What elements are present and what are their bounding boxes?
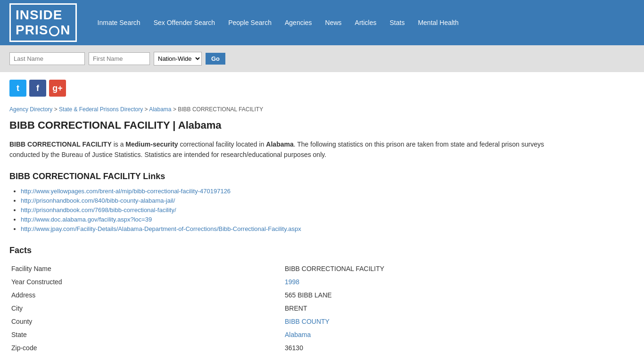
header: INSIDE PRIS N Inmate Search Sex Offender… [0, 0, 644, 45]
fact-label: State [9, 328, 283, 341]
fact-value: BRENT [283, 302, 556, 315]
table-row: Facility NameBIBB CORRECTIONAL FACILITY [9, 262, 556, 275]
fact-value: 36130 [283, 341, 556, 354]
breadcrumb-alabama[interactable]: Alabama [149, 106, 171, 113]
list-item: http://prisonhandbook.com/7698/bibb-corr… [21, 206, 556, 214]
facts-section: Facts Facility NameBIBB CORRECTIONAL FAC… [9, 246, 556, 354]
table-row: Address565 BIBB LANE [9, 288, 556, 302]
fact-value: BIBB COUNTY [283, 315, 556, 328]
table-row: StateAlabama [9, 328, 556, 341]
nav-inmate-search[interactable]: Inmate Search [91, 15, 147, 30]
nation-select[interactable]: Nation-Wide Alabama [154, 52, 202, 66]
external-link[interactable]: http://www.doc.alabama.gov/facility.aspx… [21, 216, 152, 223]
first-name-input[interactable] [89, 52, 150, 65]
logo-o-icon [49, 26, 59, 36]
nav-mental-health[interactable]: Mental Health [411, 15, 465, 30]
breadcrumb-sep3: > [173, 106, 178, 113]
fact-label: Zip-code [9, 341, 283, 354]
external-link[interactable]: http://prisonhandbook.com/840/bibb-count… [21, 197, 175, 204]
last-name-input[interactable] [9, 52, 85, 65]
twitter-icon[interactable]: t [9, 80, 26, 97]
page-title: BIBB CORRECTIONAL FACILITY | Alabama [9, 119, 556, 132]
links-section: BIBB CORRECTIONAL FACILITY Links http://… [9, 172, 556, 232]
social-bar: t f g+ [0, 72, 644, 104]
list-item: http://prisonhandbook.com/840/bibb-count… [21, 197, 556, 204]
breadcrumb-state-federal[interactable]: State & Federal Prisons Directory [59, 106, 143, 113]
external-link[interactable]: http://www.jpay.com/Facility-Details/Ala… [21, 225, 301, 232]
main-nav: Inmate Search Sex Offender Search People… [91, 15, 465, 30]
nav-people-search[interactable]: People Search [222, 15, 278, 30]
breadcrumb: Agency Directory > State & Federal Priso… [9, 106, 556, 113]
breadcrumb-current: BIBB CORRECTIONAL FACILITY [178, 106, 263, 113]
fact-value: BIBB CORRECTIONAL FACILITY [283, 262, 556, 275]
table-row: Year Constructed1998 [9, 275, 556, 288]
fact-label: Facility Name [9, 262, 283, 275]
fact-link[interactable]: BIBB COUNTY [285, 318, 330, 325]
fact-label: County [9, 315, 283, 328]
logo-prison-text: PRIS N [16, 23, 71, 38]
search-bar: Nation-Wide Alabama Go [0, 45, 644, 72]
desc-security: Medium-security [125, 140, 178, 148]
nav-news[interactable]: News [319, 15, 348, 30]
table-row: Zip-code36130 [9, 341, 556, 354]
fact-value: 1998 [283, 275, 556, 288]
description: BIBB CORRECTIONAL FACILITY is a Medium-s… [9, 139, 556, 160]
fact-label: City [9, 302, 283, 315]
external-link[interactable]: http://prisonhandbook.com/7698/bibb-corr… [21, 206, 176, 214]
nav-agencies[interactable]: Agencies [278, 15, 319, 30]
nav-sex-offender-search[interactable]: Sex Offender Search [147, 15, 222, 30]
fact-label: Address [9, 288, 283, 302]
breadcrumb-sep1: > [54, 106, 59, 113]
nav-stats[interactable]: Stats [383, 15, 412, 30]
facebook-icon[interactable]: f [29, 80, 46, 97]
desc-rest1: correctional facility located in [178, 140, 266, 148]
desc-facility-name: BIBB CORRECTIONAL FACILITY [9, 140, 112, 148]
breadcrumb-agency-dir[interactable]: Agency Directory [9, 106, 52, 113]
main-content: Agency Directory > State & Federal Priso… [0, 104, 566, 362]
table-row: CountyBIBB COUNTY [9, 315, 556, 328]
facts-table: Facility NameBIBB CORRECTIONAL FACILITYY… [9, 262, 556, 354]
list-item: http://www.yellowpages.com/brent-al/mip/… [21, 187, 556, 195]
list-item: http://www.jpay.com/Facility-Details/Ala… [21, 225, 556, 232]
breadcrumb-sep2: > [144, 106, 149, 113]
facts-tbody: Facility NameBIBB CORRECTIONAL FACILITYY… [9, 262, 556, 354]
facts-title: Facts [9, 246, 556, 255]
logo-n: N [60, 23, 70, 38]
fact-value: Alabama [283, 328, 556, 341]
logo-inside-text: INSIDE [16, 8, 71, 23]
table-row: CityBRENT [9, 302, 556, 315]
nav-articles[interactable]: Articles [348, 15, 383, 30]
external-link[interactable]: http://www.yellowpages.com/brent-al/mip/… [21, 188, 231, 195]
logo-pris: PRIS [16, 23, 48, 38]
fact-label: Year Constructed [9, 275, 283, 288]
desc-state: Alabama [266, 140, 293, 148]
links-section-title: BIBB CORRECTIONAL FACILITY Links [9, 172, 556, 181]
fact-value: 565 BIBB LANE [283, 288, 556, 302]
go-button[interactable]: Go [206, 53, 225, 65]
fact-link[interactable]: Alabama [285, 331, 311, 338]
links-list: http://www.yellowpages.com/brent-al/mip/… [9, 187, 556, 232]
fact-link[interactable]: 1998 [285, 278, 299, 286]
list-item: http://www.doc.alabama.gov/facility.aspx… [21, 215, 556, 223]
desc-is-a: is a [112, 140, 126, 148]
logo[interactable]: INSIDE PRIS N [9, 3, 77, 42]
googleplus-icon[interactable]: g+ [49, 80, 66, 97]
